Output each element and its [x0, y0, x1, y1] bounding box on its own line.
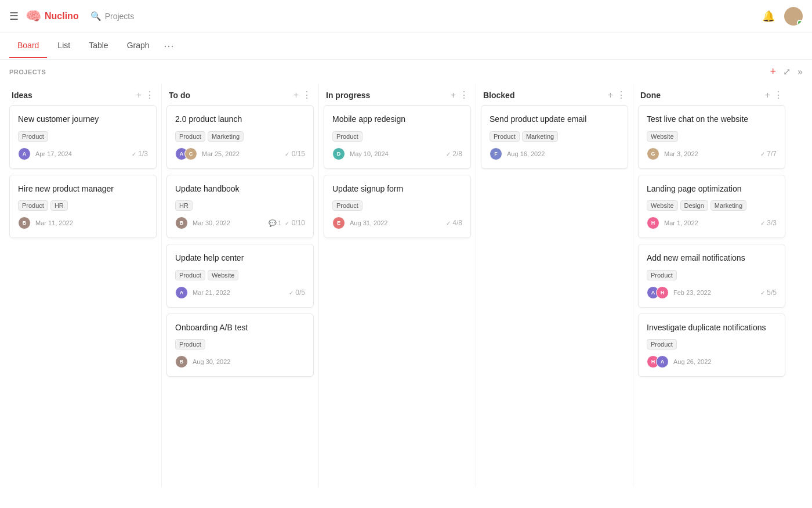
card-title-c2: Hire new product manager: [18, 183, 148, 195]
card-date-c11: Mar 1, 2022: [664, 219, 698, 226]
tag-design[interactable]: Design: [680, 200, 708, 211]
card-c9[interactable]: Send product update emailProductMarketin…: [481, 105, 628, 169]
card-checklist-c5: ✓ 0/5: [289, 289, 305, 297]
card-c8[interactable]: Update signup formProductEAug 31, 2022✓ …: [324, 175, 471, 239]
card-c7[interactable]: Mobile app redesignProductDMay 10, 2024✓…: [324, 105, 471, 169]
avatar[interactable]: [784, 7, 803, 26]
column-add-button-done[interactable]: +: [765, 90, 770, 100]
tab-table[interactable]: Table: [81, 34, 116, 58]
tab-list[interactable]: List: [49, 34, 78, 58]
column-add-button-inprogress[interactable]: +: [451, 90, 456, 100]
card-date-c9: Aug 16, 2022: [507, 150, 545, 157]
card-c1[interactable]: New customer journeyProductAApr 17, 2024…: [9, 105, 157, 169]
logo[interactable]: 🧠 Nuclino: [26, 9, 79, 24]
avatar: D: [332, 147, 345, 160]
card-date-c8: Aug 31, 2022: [350, 219, 387, 226]
card-footer-c10: GMar 3, 2022✓ 7/7: [647, 147, 777, 160]
tag-marketing[interactable]: Marketing: [522, 131, 558, 142]
card-title-c9: Send product update email: [490, 114, 619, 125]
tab-graph[interactable]: Graph: [119, 34, 158, 58]
card-checklist-c11: ✓ 3/3: [760, 219, 777, 227]
card-title-c10: Test live chat on the website: [647, 114, 777, 125]
card-meta-c10: ✓ 7/7: [760, 150, 777, 158]
search-icon: 🔍: [90, 11, 102, 21]
card-c12[interactable]: Add new email notificationsProductAHFeb …: [638, 244, 785, 308]
card-tags-c3: ProductMarketing: [175, 131, 305, 142]
projects-label: PROJECTS: [9, 69, 46, 75]
card-footer-c12: AHFeb 23, 2022✓ 5/5: [647, 286, 777, 299]
column-add-button-ideas[interactable]: +: [136, 90, 142, 100]
card-meta-c11: ✓ 3/3: [760, 219, 777, 227]
card-c2[interactable]: Hire new product managerProductHRBMar 11…: [9, 175, 157, 239]
column-more-button-blocked[interactable]: ⋮: [617, 89, 626, 100]
tag-website[interactable]: Website: [647, 200, 678, 211]
card-avatars-c7: D: [332, 147, 345, 160]
tag-product[interactable]: Product: [175, 131, 205, 142]
add-project-button[interactable]: +: [770, 66, 777, 78]
column-more-button-ideas[interactable]: ⋮: [145, 89, 154, 100]
expand-button[interactable]: ⤢: [783, 66, 791, 78]
tag-marketing[interactable]: Marketing: [710, 200, 746, 211]
comment-icon: 💬: [269, 219, 277, 227]
tabs-more-icon[interactable]: ⋯: [160, 33, 177, 59]
column-title-inprogress: In progress: [326, 91, 451, 100]
search-bar[interactable]: 🔍 Projects: [90, 11, 135, 21]
column-header-ideas: Ideas+⋮: [9, 84, 157, 105]
card-title-c12: Add new email notifications: [647, 253, 777, 264]
tag-product[interactable]: Product: [175, 270, 205, 280]
tag-product[interactable]: Product: [18, 200, 48, 211]
column-more-button-todo[interactable]: ⋮: [302, 89, 311, 100]
card-avatars-c8: E: [332, 217, 345, 229]
bell-icon[interactable]: 🔔: [762, 10, 775, 23]
board: Ideas+⋮New customer journeyProductAApr 1…: [0, 84, 812, 499]
card-c13[interactable]: Investigate duplicate notificationsProdu…: [638, 314, 785, 377]
tag-product[interactable]: Product: [490, 131, 520, 142]
card-footer-c9: FAug 16, 2022: [490, 147, 619, 160]
tag-website[interactable]: Website: [208, 270, 239, 280]
card-checklist-c3: ✓ 0/15: [285, 150, 305, 158]
tag-product[interactable]: Product: [18, 131, 48, 142]
column-add-button-blocked[interactable]: +: [608, 90, 613, 100]
card-avatars-c2: B: [18, 217, 31, 229]
column-blocked: Blocked+⋮Send product update emailProduc…: [476, 84, 633, 487]
card-title-c7: Mobile app redesign: [332, 114, 462, 125]
tag-hr[interactable]: HR: [175, 200, 193, 211]
tag-product[interactable]: Product: [332, 200, 362, 211]
tag-website[interactable]: Website: [647, 131, 678, 142]
card-c6[interactable]: Onboarding A/B testProductBAug 30, 2022: [166, 314, 314, 377]
tag-marketing[interactable]: Marketing: [208, 131, 244, 142]
card-tags-c9: ProductMarketing: [490, 131, 619, 142]
column-more-button-inprogress[interactable]: ⋮: [459, 89, 469, 100]
hamburger-icon[interactable]: ☰: [9, 10, 19, 23]
card-tags-c1: Product: [18, 131, 148, 142]
tag-product[interactable]: Product: [647, 270, 677, 280]
tag-hr[interactable]: HR: [50, 200, 68, 211]
card-avatars-c11: H: [647, 217, 659, 229]
column-more-button-done[interactable]: ⋮: [774, 89, 783, 100]
column-add-button-todo[interactable]: +: [293, 90, 299, 100]
card-tags-c2: ProductHR: [18, 200, 148, 211]
logo-text: Nuclino: [45, 11, 79, 21]
card-c11[interactable]: Landing page optimizationWebsiteDesignMa…: [638, 175, 785, 239]
card-c4[interactable]: Update handbookHRBMar 30, 2022💬 1✓ 0/10: [166, 175, 314, 239]
card-date-c3: Mar 25, 2022: [202, 150, 240, 157]
avatar: H: [656, 286, 669, 299]
card-meta-c5: ✓ 0/5: [289, 289, 305, 297]
tag-product[interactable]: Product: [332, 131, 362, 142]
card-tags-c7: Product: [332, 131, 462, 142]
tab-board[interactable]: Board: [9, 34, 47, 58]
card-footer-c1: AApr 17, 2024✓ 1/3: [18, 147, 148, 160]
collapse-button[interactable]: »: [798, 66, 803, 78]
tag-product[interactable]: Product: [647, 339, 677, 350]
card-c10[interactable]: Test live chat on the websiteWebsiteGMar…: [638, 105, 785, 169]
avatar: H: [647, 217, 659, 229]
card-tags-c8: Product: [332, 200, 462, 211]
card-footer-c13: HAAug 26, 2022: [647, 355, 777, 368]
card-title-c4: Update handbook: [175, 183, 305, 195]
card-c3[interactable]: 2.0 product launchProductMarketingACMar …: [166, 105, 314, 169]
tag-product[interactable]: Product: [175, 339, 205, 350]
card-checklist-c12: ✓ 5/5: [760, 289, 777, 297]
card-title-c1: New customer journey: [18, 114, 148, 125]
column-todo: To do+⋮2.0 product launchProductMarketin…: [162, 84, 318, 487]
card-c5[interactable]: Update help centerProductWebsiteAMar 21,…: [166, 244, 314, 308]
